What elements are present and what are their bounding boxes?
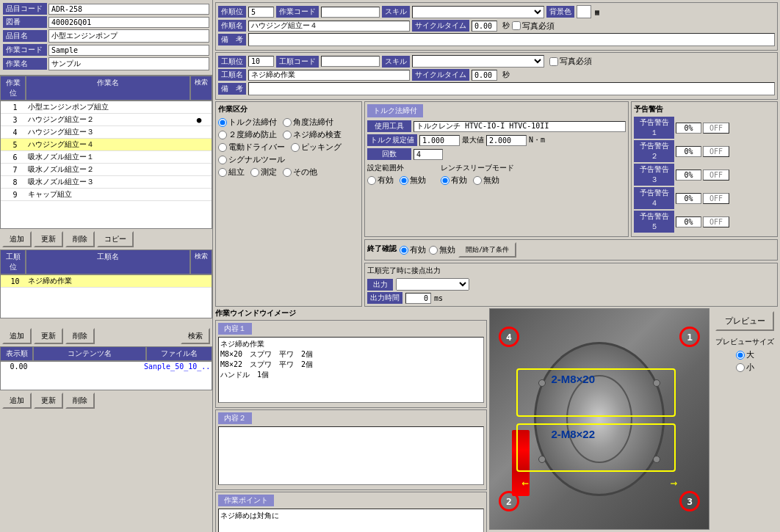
radio-measure-input[interactable] bbox=[250, 168, 259, 177]
warning-off-btn[interactable]: OFF bbox=[703, 193, 729, 204]
radio-picking[interactable]: ピッキング bbox=[291, 142, 342, 153]
proc-delete-button[interactable]: 削除 bbox=[65, 328, 95, 344]
warning-row: 予告警告２0%OFF bbox=[634, 140, 775, 162]
preview-size-small[interactable]: 小 bbox=[736, 362, 754, 373]
output-time-input[interactable] bbox=[405, 293, 431, 304]
work-list-item[interactable]: 7吸水ノズル組立ー２ bbox=[1, 164, 212, 176]
display-list-item[interactable]: 0.00Sanple_50_10_... bbox=[1, 362, 212, 371]
wi-note-value[interactable] bbox=[248, 33, 775, 46]
wi-photo-checkbox[interactable] bbox=[512, 21, 521, 30]
radio-other[interactable]: その他 bbox=[283, 167, 317, 178]
radio-inspection[interactable]: ネジ締め検査 bbox=[283, 129, 342, 140]
warning-off-btn[interactable]: OFF bbox=[703, 216, 729, 227]
pi-input-name[interactable] bbox=[248, 70, 410, 81]
proc-add-button[interactable]: 追加 bbox=[2, 328, 32, 344]
radio-torque-input[interactable] bbox=[218, 118, 227, 127]
sleeve-valid-input[interactable] bbox=[441, 176, 449, 185]
process-list-item[interactable]: 10ネジ締め作業 bbox=[1, 275, 212, 288]
work-list-item[interactable]: 3ハウジング組立ー２● bbox=[1, 114, 212, 126]
pi-input-code[interactable] bbox=[321, 56, 380, 67]
radio-signal-input[interactable] bbox=[218, 156, 227, 164]
proc-update-button[interactable]: 更新 bbox=[34, 328, 63, 344]
content2-textarea[interactable] bbox=[218, 426, 484, 485]
radio-torque[interactable]: トルク法締付 bbox=[218, 117, 277, 128]
work-point-textarea[interactable]: ネジ締めは対角に bbox=[218, 509, 484, 532]
work-update-button[interactable]: 更新 bbox=[34, 231, 63, 247]
radio-assembly-input[interactable] bbox=[218, 168, 227, 177]
torque-max-input[interactable] bbox=[486, 135, 527, 146]
preview-button[interactable]: プレビュー bbox=[715, 311, 774, 331]
work-list-item[interactable]: 9キャップ組立 bbox=[1, 189, 212, 201]
radio-angle-input[interactable] bbox=[283, 118, 292, 127]
radio-double-input[interactable] bbox=[218, 131, 227, 139]
pi-input-cycletime[interactable] bbox=[472, 70, 497, 81]
display-list[interactable]: 0.00Sanple_50_10_... bbox=[0, 361, 212, 390]
range-valid[interactable]: 有効 bbox=[367, 175, 394, 186]
process-scrollbar-h[interactable] bbox=[0, 318, 212, 326]
radio-measure[interactable]: 測定 bbox=[250, 167, 277, 178]
range-invalid[interactable]: 無効 bbox=[400, 175, 426, 186]
pi-row-1: 工順位 工順コード スキル 写真必須 bbox=[218, 55, 775, 68]
work-list-item[interactable]: 6吸水ノズル組立ー１ bbox=[1, 151, 212, 164]
comp-invalid[interactable]: 無効 bbox=[429, 244, 455, 255]
wi-input-name[interactable] bbox=[248, 21, 410, 32]
wi-input-order[interactable] bbox=[248, 7, 274, 18]
work-list-item[interactable]: 1小型エンジンポンプ組立 bbox=[1, 101, 212, 114]
preview-size-small-input[interactable] bbox=[736, 363, 745, 372]
disp-delete-button[interactable]: 削除 bbox=[65, 393, 95, 409]
sleeve-invalid[interactable]: 無効 bbox=[473, 175, 499, 186]
pi-note-value[interactable] bbox=[248, 82, 775, 95]
wi-bgcolor-btn[interactable] bbox=[577, 5, 591, 18]
radio-other-input[interactable] bbox=[283, 168, 292, 177]
disp-update-button[interactable]: 更新 bbox=[34, 393, 63, 409]
pi-input-order[interactable] bbox=[248, 56, 274, 67]
proc-item-num: 10 bbox=[2, 277, 28, 285]
work-delete-button[interactable]: 削除 bbox=[65, 231, 95, 247]
process-list[interactable]: 10ネジ締め作業 bbox=[0, 274, 212, 318]
work-list-item[interactable]: 8吸水ノズル組立ー３ bbox=[1, 176, 212, 189]
content1-textarea[interactable]: ネジ締め作業 M8×20 スプワ 平ワ 2個 M8×22 スプワ 平ワ 2個 ハ… bbox=[218, 337, 484, 403]
warning-off-btn[interactable]: OFF bbox=[703, 170, 729, 181]
proc-search-button[interactable]: 検索 bbox=[181, 328, 210, 344]
radio-electric-input[interactable] bbox=[218, 143, 227, 152]
work-list-item[interactable]: 5ハウジング組立ー４ bbox=[1, 139, 212, 151]
completion-btn[interactable]: 開始/終了条件 bbox=[458, 242, 516, 258]
radio-inspection-input[interactable] bbox=[283, 131, 292, 139]
radio-picking-input[interactable] bbox=[291, 143, 300, 152]
comp-valid-input[interactable] bbox=[400, 246, 408, 255]
warning-value: 0% bbox=[676, 170, 701, 181]
radio-signal[interactable]: シグナルツール bbox=[218, 154, 285, 165]
radio-assembly[interactable]: 組立 bbox=[218, 167, 245, 178]
warning-off-btn[interactable]: OFF bbox=[703, 123, 729, 134]
work-copy-button[interactable]: コピー bbox=[97, 231, 134, 247]
radio-signal-label: シグナルツール bbox=[228, 154, 285, 165]
range-valid-input[interactable] bbox=[367, 176, 376, 185]
radio-electric[interactable]: 電動ドライバー bbox=[218, 142, 285, 153]
preview-size-large[interactable]: 大 bbox=[736, 349, 754, 360]
wi-skill-select[interactable] bbox=[412, 6, 544, 18]
work-add-button[interactable]: 追加 bbox=[2, 231, 32, 247]
torque-tool-input[interactable] bbox=[414, 121, 626, 132]
radio-double[interactable]: ２度締め防止 bbox=[218, 129, 277, 140]
warning-off-btn[interactable]: OFF bbox=[703, 146, 729, 157]
comp-valid[interactable]: 有効 bbox=[400, 244, 426, 255]
preview-size-large-input[interactable] bbox=[736, 351, 745, 360]
radio-angle[interactable]: 角度法締付 bbox=[283, 117, 333, 128]
wi-input-cycletime[interactable] bbox=[472, 21, 497, 32]
radio-double-label: ２度締め防止 bbox=[228, 129, 277, 140]
torque-section: トルク法締付 使用工具 トルク規定値 最大値 N・m bbox=[364, 101, 629, 237]
wi-input-code[interactable] bbox=[321, 7, 380, 18]
pi-photo-checkbox[interactable] bbox=[549, 57, 558, 66]
output-select[interactable] bbox=[396, 278, 469, 291]
sleeve-invalid-input[interactable] bbox=[473, 176, 482, 185]
comp-invalid-input[interactable] bbox=[429, 246, 438, 255]
disp-add-button[interactable]: 追加 bbox=[2, 393, 32, 409]
sleeve-valid[interactable]: 有効 bbox=[441, 175, 467, 186]
pi-skill-select[interactable] bbox=[412, 55, 544, 68]
process-info-section: 工順位 工順コード スキル 写真必須 工順名 サイクルタイム 秒 備 考 bbox=[215, 52, 778, 100]
range-invalid-input[interactable] bbox=[400, 176, 408, 185]
torque-value-input[interactable] bbox=[419, 135, 460, 146]
work-list[interactable]: 1小型エンジンポンプ組立3ハウジング組立ー２●4ハウジング組立ー３5ハウジング組… bbox=[0, 101, 212, 229]
torque-count-input[interactable] bbox=[414, 149, 443, 160]
work-list-item[interactable]: 4ハウジング組立ー３ bbox=[1, 126, 212, 139]
